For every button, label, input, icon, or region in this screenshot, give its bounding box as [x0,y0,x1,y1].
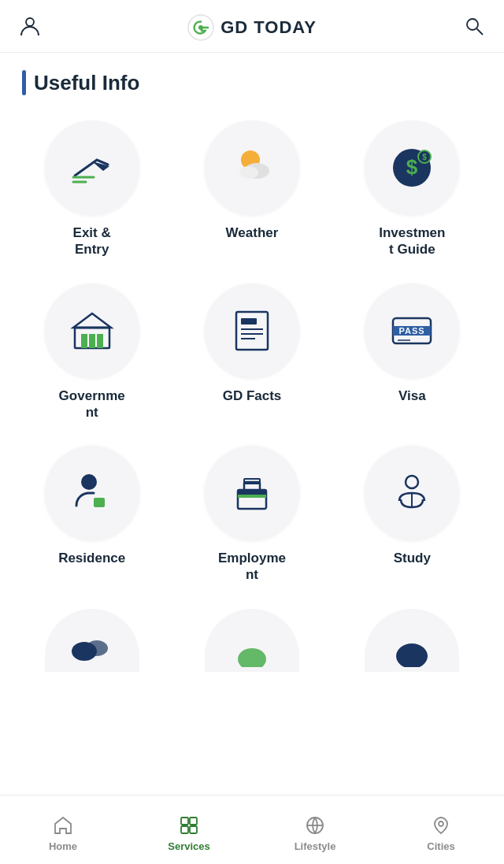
nav-services-label: Services [168,840,210,852]
user-icon[interactable] [19,15,41,40]
grid-item-government[interactable]: Government [16,277,168,432]
gdfacts-icon-circle [205,284,299,378]
app-header: GD TODAY [0,0,504,53]
investment-icon-circle: $ $ [365,121,459,215]
study-icon-circle [365,446,459,540]
svg-point-35 [406,476,418,488]
svg-rect-33 [238,495,266,498]
bottom-nav: Home Services Lifestyle Cities [0,795,504,864]
weather-label: Weather [226,224,279,241]
nav-item-services[interactable]: Services [126,808,252,852]
svg-text:$: $ [423,153,428,161]
exit-entry-icon-circle [45,121,139,215]
visa-icon-circle: PASS [365,284,459,378]
section-title-bar [22,70,26,95]
svg-marker-14 [73,313,111,328]
residence-icon-circle [45,446,139,540]
app-logo: GD TODAY [187,14,317,41]
government-label: Government [59,388,125,421]
nav-lifestyle-label: Lifestyle [295,840,336,852]
logo-text: GD TODAY [220,17,317,38]
partial-item-2[interactable] [176,609,328,672]
svg-text:PASS: PASS [399,326,425,336]
nav-item-home[interactable]: Home [0,808,126,852]
section-title-text: Useful Info [34,71,139,95]
search-icon[interactable] [463,15,485,40]
svg-point-3 [467,19,478,30]
svg-rect-30 [94,498,105,507]
svg-line-4 [476,29,483,35]
nav-item-cities[interactable]: Cities [378,808,504,852]
residence-label: Residence [58,550,125,566]
svg-point-2 [198,25,203,30]
svg-rect-42 [190,818,197,825]
visa-label: Visa [398,388,426,404]
svg-rect-15 [81,334,87,348]
partial-item-1[interactable] [16,609,168,672]
grid-item-employment[interactable]: Employment [176,439,328,595]
nav-home-label: Home [49,840,77,852]
svg-point-47 [439,821,443,826]
study-label: Study [394,550,431,566]
grid-item-residence[interactable]: Residence [16,439,168,595]
svg-rect-44 [190,826,197,833]
info-grid: Exit &Entry Weather $ $ Investment Guide [0,103,504,603]
svg-rect-43 [181,826,188,833]
gdfacts-label: GD Facts [223,388,282,404]
grid-item-investment[interactable]: $ $ Investment Guide [336,114,488,269]
svg-point-29 [81,474,97,490]
svg-rect-18 [236,312,268,350]
grid-item-gdfacts[interactable]: GD Facts [176,277,328,432]
svg-point-38 [86,640,108,656]
svg-point-39 [238,648,266,667]
employment-icon-circle [205,446,299,540]
weather-icon-circle [205,121,299,215]
nav-item-lifestyle[interactable]: Lifestyle [252,808,378,852]
government-icon-circle [45,284,139,378]
svg-rect-16 [89,334,95,348]
svg-point-7 [239,166,258,179]
svg-point-40 [396,643,428,667]
svg-point-0 [26,18,34,26]
grid-item-visa[interactable]: PASS Visa [336,277,488,432]
employment-label: Employment [218,550,286,584]
grid-item-study[interactable]: Study [336,439,488,595]
partial-item-3[interactable] [336,609,488,672]
svg-rect-41 [181,818,188,825]
partial-row [0,603,504,672]
investment-label: Investment Guide [379,224,445,258]
svg-text:$: $ [406,155,418,179]
svg-rect-17 [97,334,103,348]
nav-cities-label: Cities [427,840,454,852]
exit-entry-label: Exit &Entry [73,224,111,258]
grid-item-exit-entry[interactable]: Exit &Entry [16,114,168,269]
section-title-container: Useful Info [0,53,504,103]
grid-item-weather[interactable]: Weather [176,114,328,269]
svg-rect-20 [241,318,257,321]
